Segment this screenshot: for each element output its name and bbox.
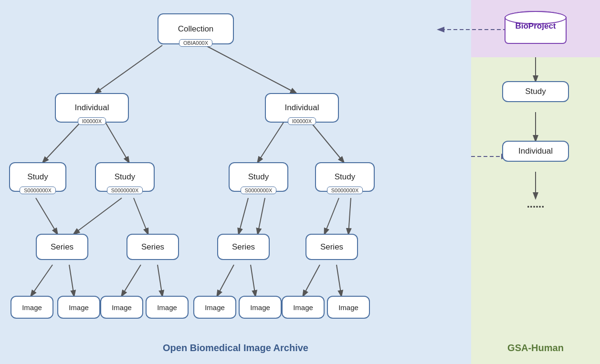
svg-line-19: [303, 265, 320, 296]
svg-line-12: [348, 198, 351, 234]
individual2-id: I00000X: [288, 117, 316, 125]
series1-label: Series: [42, 239, 82, 255]
svg-line-17: [217, 265, 234, 296]
image7-node: Image: [282, 296, 325, 319]
svg-line-2: [43, 122, 81, 162]
study1-id: S0000000X: [20, 187, 56, 194]
image3-label: Image: [103, 301, 140, 314]
image6-node: Image: [239, 296, 282, 319]
gsa-study-label: Study: [525, 87, 546, 96]
gsa-bottom-section: Study Individual ...... GSA-Human: [471, 57, 600, 364]
bioproject-cylinder: BioProject: [505, 11, 567, 47]
study3-node: Study S0000000X: [229, 162, 288, 192]
study2-node: Study S0000000X: [95, 162, 155, 192]
main-container: Collection OBIA000X Individual I00000X I…: [0, 0, 600, 364]
image1-label: Image: [13, 301, 51, 314]
study3-label: Study: [240, 169, 277, 185]
collection-label: Collection: [169, 21, 222, 37]
image8-node: Image: [327, 296, 370, 319]
svg-line-10: [258, 198, 265, 234]
study3-id: S0000000X: [241, 187, 277, 194]
image2-label: Image: [60, 301, 97, 314]
svg-line-6: [36, 198, 57, 234]
svg-line-11: [325, 198, 339, 234]
study1-label: Study: [19, 169, 56, 185]
image7-label: Image: [284, 301, 322, 314]
gsa-panel: BioProject: [471, 0, 600, 364]
image2-node: Image: [57, 296, 100, 319]
study4-label: Study: [326, 169, 364, 185]
svg-line-8: [134, 198, 148, 234]
study1-node: Study S0000000X: [9, 162, 66, 192]
image4-label: Image: [148, 301, 186, 314]
series4-label: Series: [312, 239, 352, 255]
individual1-node: Individual I00000X: [55, 93, 129, 123]
individual2-node: Individual I00000X: [265, 93, 339, 123]
study2-id: S0000000X: [107, 187, 143, 194]
image8-label: Image: [330, 301, 367, 314]
svg-line-7: [74, 198, 122, 234]
series3-label: Series: [223, 239, 263, 255]
study4-node: Study S0000000X: [315, 162, 375, 192]
individual1-label: Individual: [66, 100, 118, 115]
gsa-connections: [471, 57, 600, 364]
series4-node: Series: [305, 234, 358, 260]
svg-line-16: [158, 265, 162, 296]
gsa-individual-node: Individual: [502, 141, 569, 162]
image3-node: Image: [100, 296, 143, 319]
series1-node: Series: [36, 234, 88, 260]
svg-line-13: [31, 265, 53, 296]
series2-label: Series: [133, 239, 173, 255]
gsa-top-section: BioProject: [471, 0, 600, 57]
gsa-dots: ......: [527, 198, 545, 210]
svg-line-20: [337, 265, 341, 296]
svg-line-5: [310, 122, 344, 162]
collection-node: Collection OBIA000X: [158, 13, 234, 44]
obia-label: Open Biomedical Image Archive: [163, 343, 308, 354]
svg-line-18: [251, 265, 255, 296]
image4-node: Image: [146, 296, 189, 319]
svg-line-14: [69, 265, 74, 296]
svg-line-9: [239, 198, 248, 234]
gsa-label: GSA-Human: [507, 343, 564, 354]
svg-line-1: [205, 45, 296, 93]
study4-id: S0000000X: [327, 187, 363, 194]
gsa-individual-label: Individual: [518, 146, 553, 156]
bioproject-label: BioProject: [505, 21, 567, 31]
individual2-label: Individual: [276, 100, 328, 115]
series3-node: Series: [217, 234, 270, 260]
obia-panel: Collection OBIA000X Individual I00000X I…: [0, 0, 471, 364]
study2-label: Study: [106, 169, 144, 185]
collection-id: OBIA000X: [179, 39, 212, 47]
svg-line-0: [95, 45, 162, 93]
series2-node: Series: [126, 234, 179, 260]
image6-label: Image: [242, 301, 279, 314]
gsa-study-node: Study: [502, 81, 569, 102]
svg-line-15: [122, 265, 141, 296]
svg-line-3: [105, 122, 129, 162]
individual1-id: I00000X: [78, 117, 106, 125]
image5-node: Image: [193, 296, 236, 319]
image1-node: Image: [11, 296, 53, 319]
svg-line-4: [258, 122, 284, 162]
image5-label: Image: [196, 301, 233, 314]
